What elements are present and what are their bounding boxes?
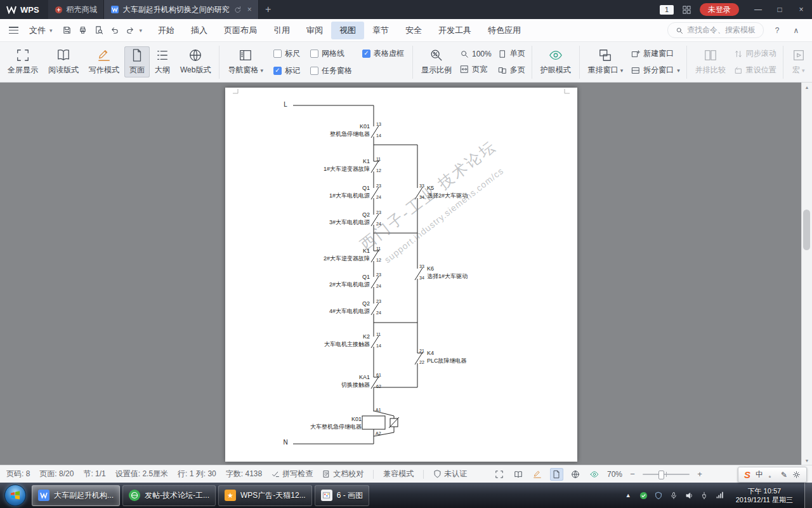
tab-insert[interactable]: 插入 bbox=[183, 22, 216, 39]
command-search[interactable]: 查找命令、搜索模板 bbox=[667, 22, 764, 38]
eye-protection-button[interactable]: 护眼模式 bbox=[535, 46, 576, 77]
tab-review[interactable]: 审阅 bbox=[298, 22, 331, 39]
message-badge[interactable]: 1 bbox=[660, 5, 674, 15]
sync-icon[interactable] bbox=[233, 6, 241, 13]
ime-pen-icon[interactable]: ✎ bbox=[781, 471, 787, 479]
setting-value[interactable]: 设置值: 2.5厘米 bbox=[115, 469, 168, 479]
save-button[interactable] bbox=[59, 22, 75, 38]
start-button[interactable] bbox=[0, 483, 30, 508]
compat-mode[interactable]: 兼容模式 bbox=[383, 469, 414, 479]
section-info[interactable]: 节: 1/1 bbox=[83, 469, 105, 479]
ime-settings-icon[interactable] bbox=[792, 471, 801, 479]
certification-status[interactable]: 未认证 bbox=[433, 469, 467, 479]
markup-checkbox[interactable]: ✓标记 bbox=[273, 65, 300, 76]
ime-lang-toggle[interactable]: 中 bbox=[756, 469, 763, 480]
zoom-in-button[interactable]: + bbox=[695, 469, 704, 479]
show-desktop-button[interactable] bbox=[804, 483, 812, 508]
login-button[interactable]: 未登录 bbox=[700, 3, 739, 16]
ruler-checkbox[interactable]: 标尺 bbox=[273, 48, 300, 59]
ime-punctuation-toggle[interactable]: 。 bbox=[768, 469, 776, 480]
tab-page-layout[interactable]: 页面布局 bbox=[216, 22, 265, 39]
security-icon[interactable] bbox=[654, 491, 664, 500]
taskbar-clock[interactable]: 下午 10:57 2019/12/11 星期三 bbox=[730, 486, 799, 504]
outline-button[interactable]: 大纲 bbox=[150, 46, 175, 77]
nav-pane-button[interactable]: 导航窗格▾ bbox=[223, 46, 268, 77]
close-button[interactable]: × bbox=[790, 0, 812, 19]
reading-view-button[interactable] bbox=[512, 468, 525, 481]
tray-expand-icon[interactable]: ▲ bbox=[624, 491, 633, 500]
scroll-down-icon[interactable]: ▼ bbox=[802, 456, 812, 465]
microphone-icon[interactable] bbox=[669, 491, 679, 500]
wps-logo[interactable]: WPS bbox=[0, 0, 48, 19]
doc-proof-button[interactable]: 文档校对 bbox=[322, 469, 363, 479]
scroll-up-icon[interactable]: ▲ bbox=[802, 83, 812, 91]
apps-icon[interactable] bbox=[682, 5, 691, 15]
taskbar-item-wps-ad[interactable]: ★ WPS广告-天猫12... bbox=[218, 485, 312, 506]
taskbar-item-browser[interactable]: 发帖-技术论坛-工... bbox=[122, 485, 216, 506]
help-button[interactable]: ? bbox=[771, 26, 783, 35]
antivirus-icon[interactable] bbox=[639, 491, 648, 500]
file-menu[interactable]: 文件 ▾ bbox=[24, 25, 59, 36]
toolbar-caret-icon[interactable]: ▾ bbox=[138, 27, 144, 34]
undo-button[interactable] bbox=[107, 22, 122, 38]
page-count[interactable]: 页面: 8/20 bbox=[39, 469, 74, 479]
split-window-button[interactable]: 拆分窗口 ▾ bbox=[628, 65, 683, 76]
gridlines-checkbox[interactable]: 网格线 bbox=[310, 48, 352, 59]
zoom-out-button[interactable]: − bbox=[628, 469, 637, 479]
fit-screen-button[interactable] bbox=[493, 468, 506, 481]
zoom-slider-thumb[interactable] bbox=[658, 471, 664, 479]
tab-section[interactable]: 章节 bbox=[364, 22, 397, 39]
maximize-button[interactable]: □ bbox=[769, 0, 790, 19]
word-count[interactable]: 字数: 4138 bbox=[226, 469, 262, 479]
reading-layout-button[interactable]: 阅读版式 bbox=[43, 46, 84, 77]
row-col-info[interactable]: 行: 1 列: 30 bbox=[178, 469, 216, 479]
rearrange-windows-button[interactable]: 重排窗口▾ bbox=[583, 46, 629, 77]
print-button[interactable] bbox=[75, 22, 91, 38]
web-view-button[interactable] bbox=[569, 468, 582, 481]
relay-desc: 选择1#大车驱动 bbox=[427, 273, 468, 280]
tab-dev-tools[interactable]: 开发工具 bbox=[430, 22, 480, 39]
single-page-button[interactable]: 单页 bbox=[495, 48, 528, 59]
vertical-scrollbar[interactable]: ▲ ▼ bbox=[801, 83, 812, 465]
redo-button[interactable] bbox=[122, 22, 138, 38]
tab-security[interactable]: 安全 bbox=[397, 22, 430, 39]
writing-view-button[interactable] bbox=[531, 468, 544, 481]
tab-view[interactable]: 视图 bbox=[331, 22, 364, 39]
new-window-button[interactable]: 新建窗口 bbox=[628, 48, 683, 59]
page-view-button[interactable] bbox=[550, 468, 563, 481]
tab-special-apps[interactable]: 特色应用 bbox=[480, 22, 529, 39]
ime-logo-icon[interactable]: S bbox=[744, 469, 750, 480]
tab-references[interactable]: 引用 bbox=[265, 22, 298, 39]
multi-page-button[interactable]: 多页 bbox=[495, 65, 528, 76]
tab-home[interactable]: 开始 bbox=[150, 22, 183, 39]
page-mode-button[interactable]: 页面 bbox=[124, 46, 150, 77]
zoom-100-button[interactable]: 100% bbox=[457, 50, 495, 58]
zoom-ratio-button[interactable]: 显示比例 bbox=[416, 46, 457, 77]
network-icon[interactable] bbox=[715, 491, 724, 500]
collapse-ribbon-button[interactable]: ∧ bbox=[790, 26, 802, 35]
usb-icon[interactable] bbox=[700, 491, 709, 500]
tab-docer-mall[interactable]: 稻壳商城 bbox=[48, 0, 104, 19]
eye-protect-button[interactable] bbox=[588, 468, 601, 481]
page-number[interactable]: 页码: 8 bbox=[6, 469, 30, 479]
taskbar-item-paint[interactable]: 6 - 画图 bbox=[315, 485, 369, 506]
task-pane-checkbox[interactable]: 任务窗格 bbox=[310, 65, 352, 76]
zoom-slider[interactable] bbox=[643, 474, 690, 475]
tab-document[interactable]: 大车副起升机构切换之间的研究 × bbox=[104, 0, 259, 19]
zoom-level[interactable]: 70% bbox=[607, 470, 622, 479]
volume-icon[interactable] bbox=[684, 491, 694, 500]
page-width-button[interactable]: 页宽 bbox=[457, 64, 495, 75]
main-menu-icon[interactable] bbox=[9, 27, 18, 34]
table-border-checkbox[interactable]: ✓表格虚框 bbox=[362, 48, 404, 59]
taskbar-item-wps-doc[interactable]: 大车副起升机构... bbox=[32, 485, 120, 506]
scrollbar-thumb[interactable] bbox=[803, 210, 810, 250]
tab-close-icon[interactable]: × bbox=[247, 5, 252, 14]
writing-mode-button[interactable]: 写作模式 bbox=[84, 46, 124, 77]
print-preview-button[interactable] bbox=[91, 22, 107, 38]
fullscreen-button[interactable]: 全屏显示 bbox=[3, 46, 43, 77]
web-layout-button[interactable]: Web版式 bbox=[175, 46, 216, 77]
spell-check-button[interactable]: 拼写检查 bbox=[272, 469, 313, 479]
document-page[interactable]: 西门子-工业 技术论坛 support.industry.siemens.com… bbox=[225, 88, 577, 462]
minimize-button[interactable]: — bbox=[747, 0, 769, 19]
new-tab-button[interactable]: + bbox=[259, 0, 278, 19]
